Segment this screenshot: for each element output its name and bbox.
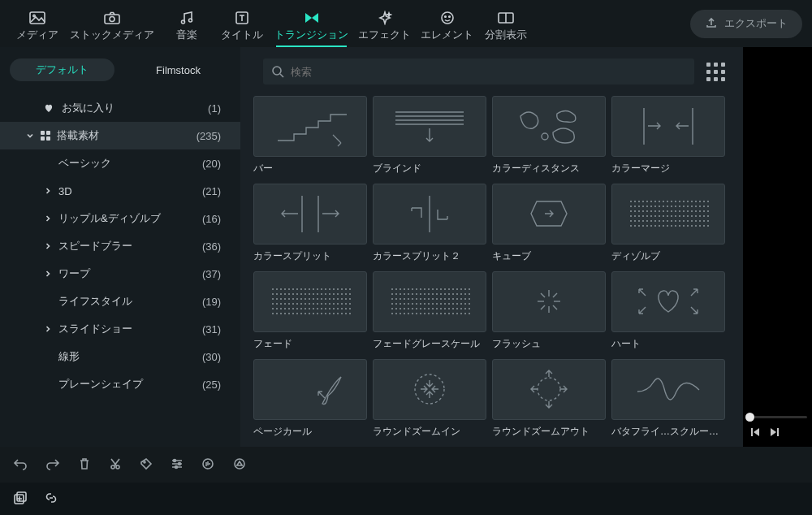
svg-point-5 bbox=[189, 19, 192, 22]
svg-point-241 bbox=[349, 308, 351, 309]
svg-point-330 bbox=[424, 303, 425, 305]
audio-icon[interactable] bbox=[201, 457, 214, 473]
transition-tile[interactable]: カラースプリット bbox=[253, 184, 367, 263]
skip-fwd-icon[interactable] bbox=[769, 426, 780, 440]
svg-point-43 bbox=[634, 206, 636, 207]
transition-tile[interactable]: バタフライ…スクルーラー bbox=[611, 359, 725, 439]
apps-icon[interactable] bbox=[706, 63, 725, 81]
transition-tile[interactable]: フェード bbox=[253, 271, 367, 351]
svg-point-50 bbox=[663, 206, 664, 207]
svg-point-255 bbox=[325, 313, 326, 314]
search-icon bbox=[271, 65, 284, 78]
svg-point-195 bbox=[325, 298, 326, 300]
svg-point-35 bbox=[683, 201, 685, 202]
svg-point-133 bbox=[675, 225, 676, 227]
search-box[interactable] bbox=[263, 58, 694, 84]
svg-point-147 bbox=[292, 288, 294, 290]
transition-tile[interactable]: ブラインド bbox=[373, 96, 486, 175]
svg-point-132 bbox=[671, 225, 672, 227]
tile-label: カラーディスタンス bbox=[492, 162, 606, 175]
svg-point-218 bbox=[337, 303, 339, 305]
add-track-icon[interactable] bbox=[13, 491, 28, 508]
undo-icon[interactable] bbox=[13, 457, 28, 473]
svg-point-379 bbox=[460, 313, 462, 314]
svg-point-138 bbox=[695, 225, 697, 227]
svg-point-37 bbox=[691, 201, 693, 202]
svg-point-369 bbox=[420, 313, 421, 314]
category-item[interactable]: お気に入り(1) bbox=[0, 94, 240, 122]
redo-icon[interactable] bbox=[45, 457, 60, 473]
svg-point-226 bbox=[288, 308, 290, 309]
category-item[interactable]: ベーシック(20) bbox=[0, 149, 240, 177]
svg-point-223 bbox=[276, 308, 278, 309]
svg-point-155 bbox=[325, 288, 326, 290]
svg-point-58 bbox=[695, 206, 697, 207]
svg-point-85 bbox=[642, 215, 644, 217]
category-item[interactable]: スライドショー(31) bbox=[0, 315, 240, 343]
svg-point-315 bbox=[444, 298, 446, 300]
playback-slider[interactable] bbox=[743, 413, 812, 422]
transition-tile[interactable]: ハート bbox=[611, 271, 725, 351]
tag-icon[interactable] bbox=[140, 457, 153, 473]
nav-effect[interactable]: エフェクト bbox=[353, 6, 416, 42]
category-item[interactable]: ライフスタイル(19) bbox=[0, 288, 240, 315]
svg-point-207 bbox=[292, 303, 294, 305]
category-item[interactable]: リップル&ディゾルブ(16) bbox=[0, 205, 240, 232]
category-item[interactable]: プレーンシェイプ(25) bbox=[0, 370, 240, 398]
transition-tile[interactable]: フラッシュ bbox=[492, 271, 606, 351]
transition-tile[interactable]: カラーマージ bbox=[611, 96, 725, 175]
svg-point-97 bbox=[691, 215, 693, 217]
toolbar bbox=[0, 447, 812, 483]
sliders-icon[interactable] bbox=[171, 457, 184, 473]
svg-point-161 bbox=[349, 288, 351, 290]
tile-label: カラースプリット bbox=[253, 249, 367, 263]
nav-stock-media[interactable]: ストックメディア bbox=[65, 6, 159, 42]
nav-transition[interactable]: トランジション bbox=[270, 6, 353, 42]
category-item[interactable]: 線形(30) bbox=[0, 343, 240, 370]
svg-point-211 bbox=[309, 303, 310, 305]
chevron-right-icon bbox=[42, 242, 54, 250]
tab-filmstock[interactable]: Filmstock bbox=[126, 58, 231, 81]
nav-title[interactable]: タイトル bbox=[214, 6, 270, 42]
svg-point-140 bbox=[703, 225, 705, 227]
nav-music[interactable]: 音楽 bbox=[159, 6, 214, 42]
link-icon[interactable] bbox=[44, 491, 58, 508]
transition-tile[interactable]: キューブ bbox=[492, 184, 606, 263]
speed-icon[interactable] bbox=[232, 457, 247, 473]
category-item[interactable]: スピードブラー(36) bbox=[0, 232, 240, 260]
svg-point-108 bbox=[654, 220, 656, 222]
transition-tile[interactable]: ラウンドズームアウト bbox=[492, 359, 606, 439]
search-input[interactable] bbox=[291, 66, 686, 78]
category-item[interactable]: 搭載素材(235) bbox=[0, 122, 240, 149]
category-label: 線形 bbox=[58, 349, 80, 364]
nav-split[interactable]: 分割表示 bbox=[478, 6, 533, 42]
svg-point-65 bbox=[642, 210, 644, 212]
svg-point-62 bbox=[630, 210, 632, 212]
transition-thumbnail bbox=[492, 359, 606, 420]
svg-point-235 bbox=[325, 308, 326, 309]
transition-tile[interactable]: カラーディスタンス bbox=[492, 96, 606, 175]
svg-point-166 bbox=[288, 293, 290, 295]
svg-point-41 bbox=[707, 201, 709, 202]
category-item[interactable]: ワープ(37) bbox=[0, 260, 240, 288]
tile-label: キューブ bbox=[492, 249, 606, 263]
tab-default[interactable]: デフォルト bbox=[10, 58, 114, 81]
svg-point-193 bbox=[317, 298, 318, 300]
skip-back-icon[interactable] bbox=[749, 426, 761, 440]
transition-tile[interactable]: ディゾルブ bbox=[611, 184, 725, 263]
export-button[interactable]: エクスポート bbox=[690, 10, 802, 38]
svg-point-45 bbox=[642, 206, 644, 207]
transition-tile[interactable]: ラウンドズームイン bbox=[373, 359, 486, 439]
transition-tile[interactable]: カラースプリット２ bbox=[373, 184, 486, 263]
transition-tile[interactable]: フェードグレースケール bbox=[373, 271, 486, 351]
svg-point-92 bbox=[671, 215, 672, 217]
nav-label: ストックメディア bbox=[70, 28, 154, 42]
transition-tile[interactable]: バー bbox=[253, 96, 367, 175]
nav-element[interactable]: エレメント bbox=[416, 6, 478, 42]
category-item[interactable]: 3D(21) bbox=[0, 177, 240, 205]
svg-point-227 bbox=[292, 308, 294, 309]
transition-tile[interactable]: ページカール bbox=[253, 359, 367, 439]
scissors-icon[interactable] bbox=[109, 457, 122, 473]
trash-icon[interactable] bbox=[78, 457, 91, 473]
nav-media[interactable]: メディア bbox=[10, 6, 65, 42]
